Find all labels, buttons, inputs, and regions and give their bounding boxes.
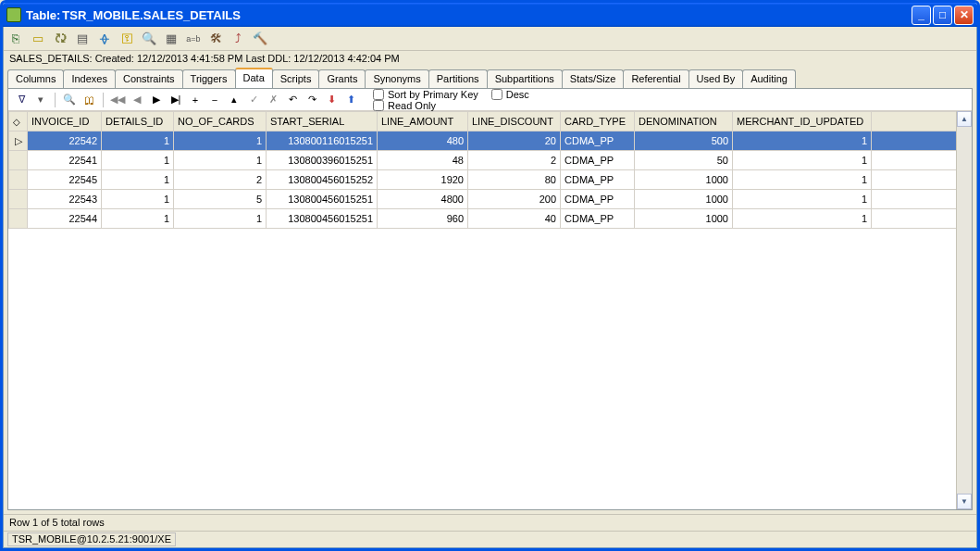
row-indicator[interactable] bbox=[9, 209, 28, 229]
cell[interactable]: 1000 bbox=[635, 190, 733, 209]
cell[interactable]: 500 bbox=[635, 131, 733, 151]
minimize-button[interactable]: _ bbox=[912, 6, 931, 25]
dt-next-icon[interactable]: ▶| bbox=[168, 93, 183, 107]
table-row[interactable]: ▷225421113080011601525148020CDMA_PP5001 bbox=[9, 131, 957, 151]
table-row[interactable]: 2254512130800456015252192080CDMA_PP10001 bbox=[9, 170, 957, 190]
cell[interactable]: 1 bbox=[733, 190, 872, 209]
tab-columns[interactable]: Columns bbox=[7, 69, 64, 88]
tb-relations-icon[interactable]: ᚖ bbox=[96, 31, 113, 47]
tab-partitions[interactable]: Partitions bbox=[428, 69, 488, 88]
cell[interactable]: 22544 bbox=[28, 209, 102, 229]
desc-checkbox[interactable]: Desc bbox=[491, 89, 529, 100]
scroll-up-button[interactable]: ▲ bbox=[957, 111, 972, 127]
dt-cancel-icon[interactable]: ✗ bbox=[266, 93, 280, 107]
tab-grants[interactable]: Grants bbox=[318, 69, 366, 88]
tb-import-icon[interactable]: ⤴ bbox=[229, 31, 246, 47]
cell[interactable]: 22543 bbox=[28, 190, 102, 209]
dt-view-icon[interactable]: 🔍 bbox=[62, 93, 77, 107]
table-row[interactable]: 225441113080045601525196040CDMA_PP10001 bbox=[9, 209, 957, 229]
tb-refresh-icon[interactable]: 🗘 bbox=[52, 31, 68, 47]
column-header-line_amount[interactable]: LINE_AMOUNT bbox=[378, 112, 468, 131]
cell[interactable]: 130800456015251 bbox=[267, 209, 378, 229]
dt-remove-icon[interactable]: − bbox=[207, 93, 222, 107]
cell[interactable]: 1 bbox=[733, 131, 872, 151]
tb-rename-icon[interactable]: a=b bbox=[185, 31, 202, 47]
row-indicator[interactable] bbox=[9, 170, 28, 190]
cell[interactable]: 1 bbox=[102, 170, 174, 190]
column-header-details_id[interactable]: DETAILS_ID bbox=[102, 112, 174, 131]
cell[interactable]: 22542 bbox=[28, 131, 102, 151]
cell[interactable]: 22541 bbox=[28, 151, 102, 170]
row-indicator[interactable] bbox=[9, 151, 28, 170]
tab-constraints[interactable]: Constraints bbox=[115, 69, 183, 88]
dt-bookmark-icon[interactable]: 🕮 bbox=[81, 93, 96, 107]
cell[interactable]: 4800 bbox=[378, 190, 468, 209]
dt-prev-icon[interactable]: ◀ bbox=[130, 93, 144, 107]
cell[interactable]: 130800396015251 bbox=[267, 151, 378, 170]
cell[interactable]: 2 bbox=[468, 151, 561, 170]
sort-by-pk-checkbox[interactable]: Sort by Primary Key bbox=[373, 89, 478, 100]
cell[interactable]: 2 bbox=[174, 170, 267, 190]
maximize-button[interactable]: □ bbox=[933, 6, 952, 25]
cell[interactable]: 130800456015252 bbox=[267, 170, 378, 190]
tab-triggers[interactable]: Triggers bbox=[182, 69, 236, 88]
cell[interactable]: 1 bbox=[102, 131, 174, 151]
cell[interactable]: 1 bbox=[733, 170, 872, 190]
dt-commit-icon[interactable]: ✓ bbox=[246, 93, 261, 107]
cell[interactable]: 200 bbox=[468, 190, 561, 209]
tb-search-icon[interactable]: 🔍 bbox=[141, 31, 157, 47]
cell[interactable]: 1 bbox=[174, 131, 267, 151]
column-header-card_type[interactable]: CARD_TYPE bbox=[561, 112, 635, 131]
column-header-merchant_id_updated[interactable]: MERCHANT_ID_UPDATED bbox=[733, 112, 872, 131]
data-grid[interactable]: ◇INVOICE_IDDETAILS_IDNO_OF_CARDSSTART_SE… bbox=[8, 111, 956, 229]
tb-calc-icon[interactable]: ▦ bbox=[163, 31, 180, 47]
dt-undo-icon[interactable]: ↶ bbox=[285, 93, 300, 107]
column-header-no_of_cards[interactable]: NO_OF_CARDS bbox=[174, 112, 267, 131]
dt-first-icon[interactable]: ◀◀ bbox=[110, 93, 125, 107]
table-row[interactable]: 2254111130800396015251482CDMA_PP501 bbox=[9, 151, 957, 170]
cell[interactable]: 50 bbox=[635, 151, 733, 170]
tb-new-icon[interactable]: ▭ bbox=[30, 31, 46, 47]
column-header-start_serial[interactable]: START_SERIAL bbox=[267, 112, 378, 131]
dt-edit-icon[interactable]: ▴ bbox=[227, 93, 242, 107]
cell[interactable]: 1 bbox=[733, 209, 872, 229]
cell[interactable]: 1 bbox=[102, 209, 174, 229]
tab-stats-size[interactable]: Stats/Size bbox=[562, 69, 625, 88]
cell[interactable]: 1000 bbox=[635, 209, 733, 229]
tab-synonyms[interactable]: Synonyms bbox=[365, 69, 428, 88]
dt-redo-icon[interactable]: ↷ bbox=[304, 93, 319, 107]
cell[interactable]: CDMA_PP bbox=[561, 190, 635, 209]
row-indicator[interactable]: ▷ bbox=[9, 131, 28, 151]
tab-subpartitions[interactable]: Subpartitions bbox=[487, 69, 563, 88]
cell[interactable]: 130800116015251 bbox=[267, 131, 378, 151]
scroll-down-button[interactable]: ▼ bbox=[957, 494, 972, 509]
tab-data[interactable]: Data bbox=[235, 68, 273, 88]
tb-properties-icon[interactable]: ▤ bbox=[74, 31, 91, 47]
row-indicator[interactable] bbox=[9, 190, 28, 209]
vertical-scrollbar[interactable]: ▲ ▼ bbox=[956, 111, 972, 509]
cell[interactable]: 80 bbox=[468, 170, 561, 190]
tab-scripts[interactable]: Scripts bbox=[272, 69, 320, 88]
cell[interactable]: 960 bbox=[378, 209, 468, 229]
cell[interactable]: 1 bbox=[102, 151, 174, 170]
dt-filter-icon[interactable]: ∇ bbox=[14, 93, 29, 107]
cell[interactable]: CDMA_PP bbox=[561, 131, 635, 151]
dt-fetch-down-icon[interactable]: ⬇ bbox=[324, 93, 339, 107]
dt-add-icon[interactable]: + bbox=[188, 93, 203, 107]
cell[interactable]: 130800456015251 bbox=[267, 190, 378, 209]
dt-filter-drop-icon[interactable]: ▾ bbox=[33, 93, 48, 107]
table-row[interactable]: 22543151308004560152514800200CDMA_PP1000… bbox=[9, 190, 957, 209]
cell[interactable]: 1 bbox=[102, 190, 174, 209]
cell[interactable]: 5 bbox=[174, 190, 267, 209]
tab-used-by[interactable]: Used By bbox=[688, 69, 744, 88]
cell[interactable]: 1 bbox=[174, 151, 267, 170]
cell[interactable]: 1 bbox=[174, 209, 267, 229]
tb-tools-icon[interactable]: 🛠 bbox=[207, 31, 224, 47]
cell[interactable]: 48 bbox=[378, 151, 468, 170]
close-button[interactable]: ✕ bbox=[954, 6, 974, 25]
cell[interactable]: CDMA_PP bbox=[561, 151, 635, 170]
dt-fetch-up-icon[interactable]: ⬆ bbox=[343, 93, 358, 107]
tab-indexes[interactable]: Indexes bbox=[63, 69, 116, 88]
column-header-invoice_id[interactable]: INVOICE_ID bbox=[28, 112, 102, 131]
tb-build-icon[interactable]: 🔨 bbox=[252, 31, 268, 47]
